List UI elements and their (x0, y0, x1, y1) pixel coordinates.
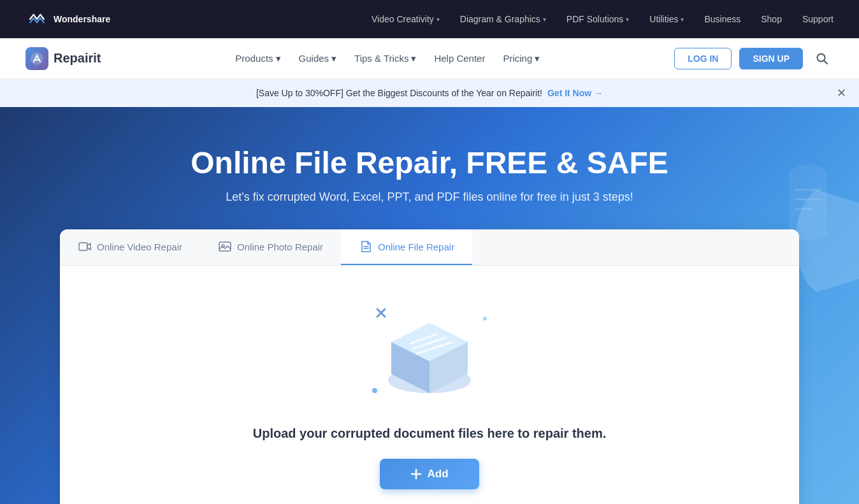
sub-nav-item-tips[interactable]: Tips & Tricks ▾ (354, 53, 416, 64)
banner-text: [Save Up to 30%OFF] Get the Biggest Disc… (256, 88, 542, 98)
sub-nav-actions: LOG IN SIGN UP (674, 47, 834, 70)
upload-instruction: Upload your corrupted document files her… (253, 426, 607, 441)
hero-section: Online File Repair, FREE & SAFE Let's fi… (0, 107, 859, 504)
repairit-logo-icon (25, 47, 48, 70)
file-illustration (366, 304, 493, 406)
top-nav-item-utilities[interactable]: Utilities ▾ (649, 14, 684, 24)
wondershare-logo-text: Wondershare (54, 14, 110, 24)
wrench-icon (372, 304, 395, 327)
tab-file-repair[interactable]: Online File Repair (341, 229, 472, 265)
sub-nav-item-products[interactable]: Products ▾ (235, 53, 280, 64)
photo-repair-icon (218, 240, 232, 254)
top-nav-item-support[interactable]: Support (802, 14, 834, 24)
tab-video-label: Online Video Repair (97, 241, 182, 252)
tab-photo-label: Online Photo Repair (237, 241, 323, 252)
tab-file-label: Online File Repair (378, 241, 454, 252)
top-nav-links: Video Creativity ▾ Diagram & Graphics ▾ … (372, 14, 834, 24)
top-nav-item-shop[interactable]: Shop (761, 14, 782, 24)
top-nav-item-video[interactable]: Video Creativity ▾ (372, 14, 440, 24)
svg-rect-8 (219, 242, 231, 251)
hero-subtitle: Let's fix corrupted Word, Excel, PPT, an… (226, 191, 633, 204)
video-repair-icon (78, 240, 92, 254)
sub-nav-item-guides[interactable]: Guides ▾ (299, 53, 337, 64)
signup-button[interactable]: SIGN UP (739, 48, 803, 69)
chevron-down-icon: ▾ (535, 53, 540, 64)
chevron-down-icon: ▾ (411, 53, 416, 64)
wondershare-logo[interactable]: Wondershare (25, 8, 110, 31)
chevron-down-icon: ▾ (543, 16, 546, 23)
sub-nav-links: Products ▾ Guides ▾ Tips & Tricks ▾ Help… (235, 53, 540, 64)
hero-title: Online File Repair, FREE & SAFE (191, 145, 668, 180)
decorative-dot (372, 388, 377, 393)
search-button[interactable] (811, 47, 834, 70)
chevron-down-icon: ▾ (437, 16, 440, 23)
chevron-down-icon: ▾ (331, 53, 336, 64)
top-nav-item-diagram[interactable]: Diagram & Graphics ▾ (460, 14, 546, 24)
banner-link[interactable]: Get It Now → (547, 88, 603, 98)
top-nav-item-business[interactable]: Business (704, 14, 740, 24)
plus-icon (410, 468, 422, 480)
repairit-logo-text: Repairit (54, 51, 101, 66)
add-file-button[interactable]: Add (380, 459, 479, 489)
svg-rect-7 (79, 243, 87, 250)
tab-photo-repair[interactable]: Online Photo Repair (200, 229, 341, 265)
repair-content: Upload your corrupted document files her… (60, 266, 799, 504)
repair-tabs: Online Video Repair Online Photo Repair (60, 229, 799, 266)
chevron-down-icon: ▾ (626, 16, 629, 23)
document-3d-icon (379, 317, 480, 400)
decorative-paper-icon (783, 158, 834, 247)
top-navigation: Wondershare Video Creativity ▾ Diagram &… (0, 0, 859, 38)
sub-nav-item-help[interactable]: Help Center (434, 53, 485, 64)
repairit-logo[interactable]: Repairit (25, 47, 101, 70)
repair-card: Online Video Repair Online Photo Repair (60, 229, 799, 504)
file-repair-icon (359, 240, 373, 254)
login-button[interactable]: LOG IN (674, 48, 732, 69)
top-nav-item-pdf[interactable]: PDF Solutions ▾ (567, 14, 629, 24)
sub-navigation: Repairit Products ▾ Guides ▾ Tips & Tric… (0, 38, 859, 79)
tab-video-repair[interactable]: Online Video Repair (60, 229, 200, 265)
decorative-dot (483, 317, 487, 320)
sub-nav-item-pricing[interactable]: Pricing ▾ (503, 53, 540, 64)
close-icon[interactable]: ✕ (837, 86, 846, 100)
svg-line-3 (824, 61, 827, 64)
promo-banner: [Save Up to 30%OFF] Get the Biggest Disc… (0, 79, 859, 107)
chevron-down-icon: ▾ (681, 16, 684, 23)
chevron-down-icon: ▾ (276, 53, 281, 64)
